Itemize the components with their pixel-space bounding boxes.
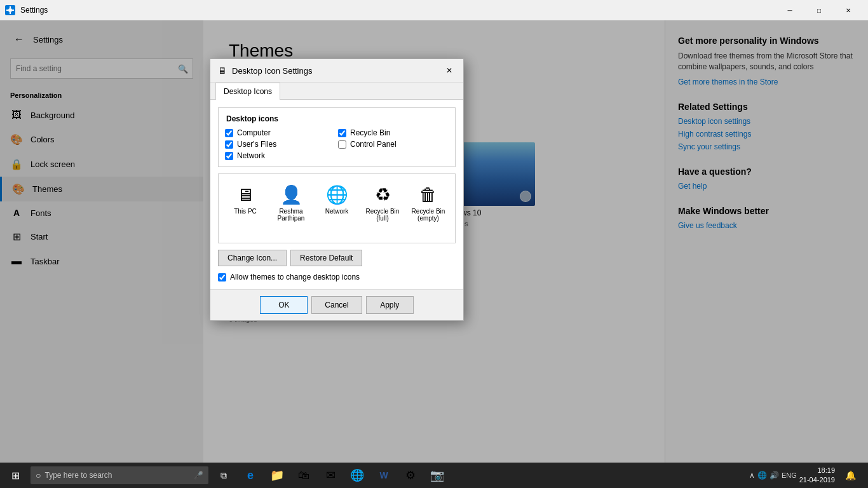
modal-tabs: Desktop Icons [210, 83, 463, 100]
recycle-full-icon: ♻ [375, 184, 391, 205]
mic-icon: 🎤 [194, 471, 203, 480]
title-bar-controls: ─ □ ✕ [775, 0, 863, 20]
computer-checkbox[interactable] [225, 129, 233, 137]
this-pc-icon: 🖥 [236, 184, 254, 205]
title-bar: Settings ─ □ ✕ [0, 0, 868, 20]
cancel-button[interactable]: Cancel [311, 296, 362, 314]
taskbar-search[interactable]: ○ Type here to search 🎤 [31, 466, 208, 484]
allow-themes-row[interactable]: Allow themes to change desktop icons [218, 273, 456, 281]
icon-recycle-empty[interactable]: 🗑 Recycle Bin (empty) [407, 179, 450, 238]
control-panel-label: Control Panel [350, 140, 397, 149]
network-status-icon[interactable]: 🌐 [757, 471, 767, 480]
taskbar-apps: ⧉ e 📁 🛍 ✉ 🌐 W ⚙ 📷 [208, 463, 452, 488]
checkbox-computer[interactable]: Computer [225, 128, 336, 137]
taskbar-search-text: Type here to search [44, 471, 112, 480]
edge-button[interactable]: e [238, 463, 263, 488]
checkbox-col: Computer Recycle Bin User's Files Contro… [225, 128, 449, 160]
checkbox-recycle-bin[interactable]: Recycle Bin [338, 128, 449, 137]
task-view-button[interactable]: ⧉ [211, 463, 236, 488]
svg-rect-2 [10, 12, 11, 14]
title-bar-label: Settings [20, 6, 48, 15]
icon-reshma[interactable]: 👤 Reshma Parthipan [269, 179, 313, 238]
file-explorer-button[interactable]: 📁 [264, 463, 290, 488]
modal-overlay: 🖥 Desktop Icon Settings ✕ Desktop Icons … [0, 20, 868, 463]
this-pc-label: This PC [234, 208, 257, 215]
desktop-icon-settings-modal: 🖥 Desktop Icon Settings ✕ Desktop Icons … [210, 58, 464, 321]
close-button[interactable]: ✕ [834, 0, 863, 20]
minimize-button[interactable]: ─ [775, 0, 804, 20]
modal-footer: OK Cancel Apply [210, 289, 463, 320]
restore-default-button[interactable]: Restore Default [290, 250, 362, 266]
recycle-empty-icon: 🗑 [419, 184, 437, 205]
modal-buttons: Change Icon... Restore Default [218, 250, 456, 266]
modal-close-button[interactable]: ✕ [443, 64, 456, 77]
tab-desktop-icons[interactable]: Desktop Icons [215, 83, 280, 100]
recycle-bin-label: Recycle Bin [350, 128, 390, 137]
time-display: 18:19 [799, 466, 835, 475]
notification-button[interactable]: 🔔 [837, 463, 863, 488]
settings-title-icon [5, 5, 15, 15]
icon-network[interactable]: 🌐 Network [315, 179, 358, 238]
date-display: 21-04-2019 [799, 475, 835, 485]
recycle-full-label: Recycle Bin (full) [365, 208, 400, 222]
icon-recycle-full[interactable]: ♻ Recycle Bin (full) [361, 179, 404, 238]
title-bar-left: Settings [5, 5, 48, 15]
start-windows-icon: ⊞ [11, 470, 20, 482]
checkbox-users-files[interactable]: User's Files [225, 140, 336, 149]
chrome-button[interactable]: 🌐 [344, 463, 370, 488]
reshma-label: Reshma Parthipan [273, 208, 309, 222]
cortana-icon: ○ [36, 470, 41, 480]
allow-themes-label: Allow themes to change desktop icons [230, 273, 360, 281]
svg-rect-4 [12, 10, 14, 11]
volume-icon[interactable]: 🔊 [770, 471, 779, 480]
checkbox-network[interactable]: Network [225, 151, 336, 160]
modal-title-bar: 🖥 Desktop Icon Settings ✕ [210, 59, 463, 83]
taskbar-system: ∧ 🌐 🔊 ENG 18:19 21-04-2019 🔔 [744, 463, 868, 488]
chevron-up-icon[interactable]: ∧ [749, 471, 755, 480]
photos-button[interactable]: 📷 [424, 463, 450, 488]
taskbar: ⊞ ○ Type here to search 🎤 ⧉ e 📁 🛍 ✉ 🌐 W … [0, 463, 868, 488]
system-clock: 18:19 21-04-2019 [799, 466, 835, 485]
modal-title-left: 🖥 Desktop Icon Settings [218, 65, 312, 76]
network-preview-icon: 🌐 [326, 184, 348, 205]
users-files-label: User's Files [237, 140, 276, 149]
apply-button[interactable]: Apply [366, 296, 414, 314]
mail-button[interactable]: ✉ [318, 463, 343, 488]
group-title: Desktop icons [225, 114, 449, 123]
language-indicator[interactable]: ENG [782, 471, 797, 479]
recycle-empty-label: Recycle Bin (empty) [410, 208, 446, 222]
checkbox-control-panel[interactable]: Control Panel [338, 140, 449, 149]
store-button[interactable]: 🛍 [291, 463, 316, 488]
desktop-icons-group: Desktop icons Computer Recycle Bin User'… [218, 107, 456, 167]
computer-label: Computer [237, 128, 271, 137]
maximize-button[interactable]: □ [804, 0, 834, 20]
users-files-checkbox[interactable] [225, 140, 233, 149]
icon-preview-grid: 🖥 This PC 👤 Reshma Parthipan 🌐 Network ♻… [218, 173, 456, 243]
change-icon-button[interactable]: Change Icon... [218, 250, 287, 266]
ok-button[interactable]: OK [260, 296, 308, 314]
svg-point-0 [8, 8, 12, 12]
modal-title-text: Desktop Icon Settings [232, 66, 312, 76]
modal-body: Desktop icons Computer Recycle Bin User'… [210, 100, 463, 289]
settings-taskbar-button[interactable]: ⚙ [398, 463, 423, 488]
svg-rect-3 [6, 10, 8, 11]
network-preview-label: Network [325, 208, 349, 215]
word-button[interactable]: W [371, 463, 397, 488]
network-checkbox[interactable] [225, 152, 233, 160]
start-button[interactable]: ⊞ [0, 463, 31, 488]
modal-app-icon: 🖥 [218, 65, 227, 76]
icon-this-pc[interactable]: 🖥 This PC [224, 179, 267, 238]
svg-rect-1 [10, 6, 11, 8]
reshma-icon: 👤 [280, 184, 302, 205]
control-panel-checkbox[interactable] [338, 140, 346, 149]
recycle-bin-checkbox[interactable] [338, 129, 346, 137]
allow-themes-checkbox[interactable] [218, 273, 226, 281]
network-label: Network [237, 151, 265, 160]
